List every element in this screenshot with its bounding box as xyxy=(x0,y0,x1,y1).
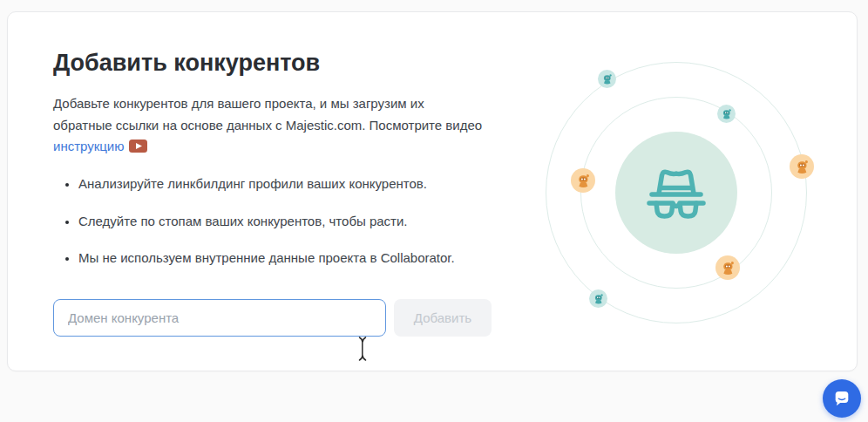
robot-icon xyxy=(574,172,593,190)
text-cursor-pointer xyxy=(356,336,369,362)
robot-icon xyxy=(600,72,614,86)
youtube-icon[interactable] xyxy=(129,138,147,160)
video-instruction-link[interactable]: инструкцию xyxy=(53,139,125,153)
benefits-list: Анализируйте линкбилдинг профили ваших к… xyxy=(53,174,515,285)
chat-widget-button[interactable] xyxy=(823,379,861,418)
robot-icon xyxy=(793,158,811,176)
robot-icon xyxy=(719,259,737,277)
incognito-circle xyxy=(615,132,737,254)
page-title: Добавить конкурентов xyxy=(53,49,320,78)
list-item-text: Анализируйте линкбилдинг профили ваших к… xyxy=(78,176,427,191)
list-item: Мы не используем внутренние данные проек… xyxy=(78,248,515,269)
robot-icon xyxy=(592,292,606,306)
robot-avatar-teal xyxy=(717,105,736,123)
list-item: Следуйте по стопам ваших конкурентов, чт… xyxy=(78,211,515,232)
competitor-domain-input[interactable] xyxy=(53,299,386,337)
intro-line-1: Добавьте конкурентов для вашего проекта,… xyxy=(53,96,424,111)
list-item-text: Мы не используем внутренние данные проек… xyxy=(78,250,455,265)
robot-avatar-teal xyxy=(598,70,616,88)
robot-icon xyxy=(720,107,734,121)
list-item-text: Следуйте по стопам ваших конкурентов, чт… xyxy=(78,214,408,228)
add-competitor-form: Добавить xyxy=(53,299,492,337)
robot-avatar-orange xyxy=(790,154,814,179)
list-item: Анализируйте линкбилдинг профили ваших к… xyxy=(78,174,515,194)
robot-avatar-orange xyxy=(715,255,740,280)
add-competitor-button[interactable]: Добавить xyxy=(394,299,492,337)
intro-text: Добавьте конкурентов для вашего проекта,… xyxy=(53,93,515,160)
intro-line-2: обратные ссылки на основе данных с Majes… xyxy=(53,118,482,133)
page: { "card": { "title": "Добавить конкурент… xyxy=(0,0,868,422)
incognito-spy-icon xyxy=(634,151,718,235)
add-competitors-panel: Добавить конкурентов Добавьте конкуренто… xyxy=(7,11,858,371)
robot-avatar-orange xyxy=(571,168,595,193)
chat-bubble-icon xyxy=(831,387,853,410)
robot-avatar-teal xyxy=(589,289,607,308)
competitors-illustration xyxy=(537,53,816,332)
